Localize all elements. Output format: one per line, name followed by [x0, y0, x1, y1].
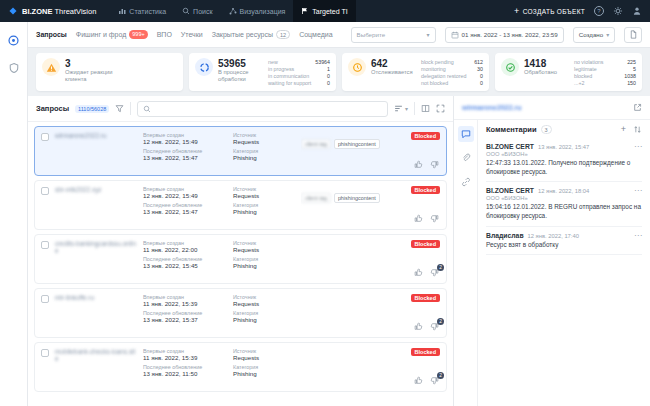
radar-icon: [7, 34, 20, 47]
thumbs-down-icon[interactable]: [430, 160, 439, 169]
request-row[interactable]: mobilebank-checks-loans.site Впервые соз…: [34, 342, 447, 392]
list-toolbar: Запросы 1110/56028 ▾: [28, 96, 453, 122]
request-row[interactable]: wlrmarene2022.ru Впервые создан12 янв. 2…: [34, 126, 447, 176]
row-checkbox[interactable]: [41, 349, 49, 357]
tag-chip[interactable]: phishingcontent: [334, 139, 380, 149]
comment-menu-button[interactable]: ⋯: [634, 233, 642, 239]
tab-social-media[interactable]: Соцмедиа: [299, 22, 332, 48]
thumbs-up-icon[interactable]: [414, 322, 423, 331]
comment-item: BI.ZONE CERT 12 янв. 2022, 18:04 ⋯ ООО «…: [486, 182, 642, 226]
list-search[interactable]: [137, 101, 388, 117]
updated-date: 13 янв. 2022, 11:50: [143, 370, 227, 377]
fullscreen-button[interactable]: [436, 104, 445, 113]
rail-threat-module-button[interactable]: [6, 32, 22, 48]
thumbs-down-icon[interactable]: 2: [430, 268, 439, 277]
layout-columns-button[interactable]: [421, 104, 430, 113]
tab-attachments[interactable]: [458, 150, 474, 166]
tab-closed-resources[interactable]: Закрытые ресурсы12: [212, 22, 290, 48]
stat-card-in-progress: 53965 В процессе обработки new53964 in p…: [189, 53, 336, 91]
comments-count: 3: [541, 125, 552, 134]
create-object-button[interactable]: + СОЗДАТЬ ОБЪЕКТ: [514, 7, 585, 16]
stat-details: block pending612 monitoring30 delegation…: [421, 58, 483, 86]
category-value: Phishing: [233, 208, 295, 215]
tag-chip[interactable]: client-tag: [301, 139, 331, 149]
add-comment-button[interactable]: +: [621, 125, 626, 134]
source-value: Requests: [233, 138, 295, 145]
comment-menu-button[interactable]: ⋯: [634, 144, 642, 150]
tab-requests[interactable]: Запросы: [36, 22, 67, 48]
tag-chip[interactable]: client-tag: [301, 193, 331, 203]
row-checkbox[interactable]: [41, 187, 49, 195]
comment-text: 12:47:33 13.01.2022. Получено подтвержде…: [486, 159, 642, 176]
detail-domain-link[interactable]: wlrmarene2022.ru: [462, 104, 522, 111]
help-button[interactable]: ?: [594, 6, 604, 16]
thumbs-down-icon[interactable]: 2: [430, 376, 439, 385]
comment-menu-button[interactable]: ⋯: [634, 188, 642, 194]
thumbs-up-icon[interactable]: [414, 214, 423, 223]
brand-name: BI.ZONE: [22, 7, 52, 16]
export-report-button[interactable]: [624, 27, 642, 43]
check-circle-icon: [501, 58, 519, 76]
sort-comments-button[interactable]: [633, 125, 642, 134]
request-row[interactable]: mlr-tinkoffe.ru Впервые создан11 янв. 20…: [34, 288, 447, 338]
row-checkbox[interactable]: [41, 241, 49, 249]
created-date: 11 янв. 2022, 15:39: [143, 354, 227, 361]
list-counter: 1110/56028: [75, 105, 109, 113]
user-account-button[interactable]: [632, 6, 642, 16]
sort-order-button[interactable]: ▾: [394, 104, 408, 113]
calendar-icon: [451, 31, 459, 39]
source-value: Requests: [233, 354, 295, 361]
nav-visualization[interactable]: Визуализация: [221, 0, 294, 22]
request-row[interactable]: sbr-mlk2022.xyz Впервые создан12 янв. 20…: [34, 180, 447, 230]
row-domain-link[interactable]: sbr-mlk2022.xyz: [55, 186, 137, 224]
bar-chart-icon: [118, 7, 126, 15]
sort-by-dropdown[interactable]: Создано ▾: [573, 27, 615, 43]
tab-links[interactable]: [458, 174, 474, 190]
thumbs-up-icon[interactable]: [414, 160, 423, 169]
rail-reports-button[interactable]: [6, 60, 22, 76]
row-checkbox[interactable]: [41, 133, 49, 141]
request-row[interactable]: credits-bankingcardssu.online Впервые со…: [34, 234, 447, 284]
product-name: ThreatVision: [54, 7, 96, 16]
date-range-picker[interactable]: 01 янв. 2022 - 13 янв. 2022, 23:59: [445, 27, 564, 43]
nav-search[interactable]: Поиск: [174, 0, 220, 22]
comment-date: 13 янв. 2022, 15:47: [538, 144, 589, 150]
row-domain-link[interactable]: mobilebank-checks-loans.site: [55, 348, 137, 386]
tab-malware[interactable]: ВПО: [157, 22, 172, 48]
thumbs-up-icon[interactable]: [414, 376, 423, 385]
nav-targeted-ti[interactable]: Targeted TI: [293, 0, 355, 22]
tab-badge: 12: [276, 30, 290, 39]
row-domain-link[interactable]: credits-bankingcardssu.online: [55, 240, 137, 278]
open-external-button[interactable]: [633, 103, 642, 112]
tag-chip[interactable]: phishingcontent: [334, 193, 380, 203]
thumbs-down-icon[interactable]: [430, 214, 439, 223]
filter-funnel-button[interactable]: [115, 104, 124, 113]
comments-title: Комментарии: [486, 125, 537, 134]
source-value: Requests: [233, 300, 295, 307]
stats-row: 3 Ожидает реакции клиента 53965 В процес…: [28, 48, 650, 96]
plus-icon: +: [514, 7, 520, 16]
nav-statistics[interactable]: Статистика: [110, 0, 174, 22]
comment-author: Владислав: [486, 232, 524, 239]
updated-date: 13 янв. 2022, 15:45: [143, 262, 227, 269]
created-date: 12 янв. 2022, 15:49: [143, 138, 227, 145]
row-checkbox[interactable]: [41, 295, 49, 303]
tab-phishing-fraud[interactable]: Фишинг и фрод999+: [76, 22, 148, 48]
shield-icon: [8, 62, 20, 74]
stat-details: new53964 in progress1 in communication0 …: [268, 58, 330, 86]
thumbs-up-icon[interactable]: [414, 268, 423, 277]
stat-label: Отслеживается: [371, 69, 413, 76]
clock-icon: [348, 58, 366, 76]
settings-gear-button[interactable]: [613, 6, 623, 16]
row-domain-link[interactable]: wlrmarene2022.ru: [55, 132, 137, 170]
comment-author: BI.ZONE CERT: [486, 187, 534, 194]
thumbs-down-icon[interactable]: 2: [430, 322, 439, 331]
list-search-input[interactable]: [155, 105, 382, 112]
tab-leaks[interactable]: Утечки: [181, 22, 203, 48]
logo: BI.ZONE ThreatVision: [8, 6, 96, 16]
stat-card-processed: 1418 Обработано no violations225 legitim…: [495, 53, 642, 91]
tab-comments[interactable]: [458, 126, 474, 142]
row-domain-link[interactable]: mlr-tinkoffe.ru: [55, 294, 137, 332]
category-value: Phishing: [233, 154, 295, 161]
filter-select[interactable]: Выберите ▾: [351, 27, 436, 43]
